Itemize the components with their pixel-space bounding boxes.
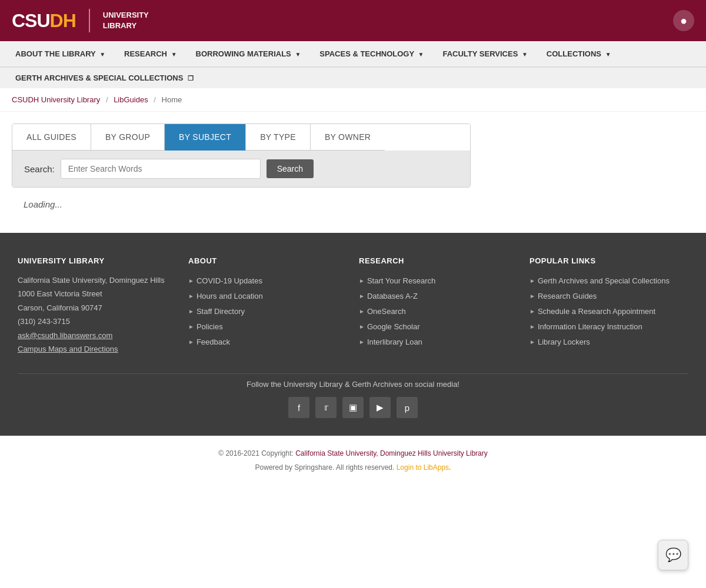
footer-university-heading: UNIVERSITY LIBRARY: [18, 256, 176, 265]
arrow-icon: ►: [530, 290, 535, 302]
footer-about-link-3: ►Policies: [188, 319, 347, 335]
arrow-icon: ►: [188, 306, 194, 318]
footer: UNIVERSITY LIBRARY California State Univ…: [0, 233, 706, 436]
logo-csu: CSUDH: [12, 10, 76, 32]
tabs-row: ALL GUIDES BY GROUP BY SUBJECT BY TYPE B…: [12, 124, 470, 151]
footer-about-link-1: ►Hours and Location: [188, 289, 347, 304]
instagram-icon[interactable]: ▣: [342, 397, 364, 418]
arrow-icon: ►: [188, 275, 194, 287]
footer-about-col: ABOUT ►COVID-19 Updates ►Hours and Locat…: [188, 256, 347, 356]
tab-by-subject[interactable]: BY SUBJECT: [165, 124, 246, 151]
footer-about-link-2: ►Staff Directory: [188, 304, 347, 319]
tabs-container: ALL GUIDES BY GROUP BY SUBJECT BY TYPE B…: [12, 123, 471, 188]
nav-borrowing[interactable]: BORROWING MATERIALS ▼: [187, 41, 311, 66]
copyright-link1[interactable]: California State University, Dominguez H…: [295, 449, 488, 457]
breadcrumb-sep-2: /: [154, 95, 156, 104]
arrow-icon: ►: [359, 321, 365, 333]
loading-text: Loading...: [12, 188, 694, 221]
footer-popular-col: POPULAR LINKS ►Gerth Archives and Specia…: [530, 256, 688, 356]
tab-all-guides[interactable]: ALL GUIDES: [12, 124, 91, 151]
footer-phone: (310) 243-3715: [18, 317, 70, 326]
spaces-arrow: ▼: [418, 51, 424, 58]
logo-dh: DH: [50, 10, 76, 31]
footer-email[interactable]: ask@csudh.libanswers.com: [18, 331, 112, 340]
arrow-icon: ►: [188, 321, 194, 333]
breadcrumb-csudh[interactable]: CSUDH University Library: [12, 95, 100, 104]
nav-faculty[interactable]: FACULTY SERVICES ▼: [433, 41, 537, 66]
tab-by-type[interactable]: BY TYPE: [246, 124, 311, 151]
arrow-icon: ►: [359, 306, 365, 318]
arrow-icon: ►: [530, 321, 535, 333]
login-libapps-link[interactable]: Login to LibApps: [397, 463, 449, 472]
facebook-icon[interactable]: f: [288, 397, 309, 418]
borrowing-arrow: ▼: [295, 51, 301, 58]
content-area: ALL GUIDES BY GROUP BY SUBJECT BY TYPE B…: [0, 112, 706, 233]
nav-spaces[interactable]: SPACES & TECHNOLOGY ▼: [310, 41, 433, 66]
breadcrumb-sep-1: /: [106, 95, 108, 104]
faculty-arrow: ▼: [522, 51, 528, 58]
copyright-text2: Powered by Springshare. All rights reser…: [255, 463, 395, 472]
footer-social: Follow the University Library & Gerth Ar…: [18, 373, 688, 424]
pinterest-icon[interactable]: p: [397, 397, 418, 418]
arrow-icon: ►: [359, 336, 365, 348]
logo-area: CSUDH UNIVERSITYLIBRARY: [12, 9, 149, 32]
main-nav: ABOUT THE LIBRARY ▼ RESEARCH ▼ BORROWING…: [0, 41, 706, 67]
social-icons: f 𝕣 ▣ ▶ p: [18, 397, 688, 418]
arrow-icon: ►: [359, 290, 365, 302]
footer-popular-link-0: ►Gerth Archives and Special Collections: [530, 273, 688, 289]
search-row: Search: Search: [12, 151, 470, 187]
tab-by-group[interactable]: BY GROUP: [91, 124, 165, 151]
breadcrumb: CSUDH University Library / LibGuides / H…: [0, 88, 706, 112]
top-header: CSUDH UNIVERSITYLIBRARY ●: [0, 0, 706, 41]
research-arrow: ▼: [171, 51, 177, 58]
footer-cols: UNIVERSITY LIBRARY California State Univ…: [18, 256, 688, 356]
footer-popular-link-2: ►Schedule a Research Appointment: [530, 304, 688, 319]
about-library-arrow: ▼: [99, 51, 105, 58]
breadcrumb-home: Home: [162, 95, 182, 104]
search-button[interactable]: Search: [267, 159, 314, 178]
social-text: Follow the University Library & Gerth Ar…: [18, 380, 688, 389]
footer-address-line3: Carson, California 90747: [18, 303, 102, 312]
footer-research-link-4: ►Interlibrary Loan: [359, 335, 518, 350]
tab-by-owner[interactable]: BY OWNER: [311, 124, 385, 151]
footer-popular-link-1: ►Research Guides: [530, 289, 688, 304]
footer-about-link-4: ►Feedback: [188, 335, 347, 350]
arrow-icon: ►: [359, 275, 365, 287]
arrow-icon: ►: [188, 290, 194, 302]
search-input[interactable]: [61, 159, 261, 179]
arrow-icon: ►: [530, 306, 535, 318]
nav-collections[interactable]: COLLECTIONS ▼: [537, 41, 621, 66]
youtube-icon[interactable]: ▶: [369, 397, 391, 418]
twitter-icon[interactable]: 𝕣: [315, 397, 337, 418]
copyright-text1: © 2016-2021 Copyright:: [218, 449, 294, 457]
sub-nav: GERTH ARCHIVES & SPECIAL COLLECTIONS ❐: [0, 67, 706, 88]
footer-about-link-0: ►COVID-19 Updates: [188, 273, 347, 289]
logo-divider: [89, 9, 90, 32]
copyright: © 2016-2021 Copyright: California State …: [0, 436, 706, 485]
footer-address-line2: 1000 East Victoria Street: [18, 289, 102, 298]
footer-address-line1: California State University, Dominguez H…: [18, 276, 165, 285]
footer-research-link-1: ►Databases A-Z: [359, 289, 518, 304]
arrow-icon: ►: [188, 336, 194, 348]
footer-popular-heading: POPULAR LINKS: [530, 256, 688, 265]
footer-popular-link-3: ►Information Literacy Instruction: [530, 319, 688, 335]
arrow-icon: ►: [530, 275, 535, 287]
search-label: Search:: [24, 164, 55, 174]
copyright-period: .: [449, 463, 451, 472]
footer-about-heading: ABOUT: [188, 256, 347, 265]
breadcrumb-libguides[interactable]: LibGuides: [114, 95, 148, 104]
nav-research[interactable]: RESEARCH ▼: [115, 41, 187, 66]
external-link-icon: ❐: [188, 75, 194, 82]
footer-popular-link-4: ►Library Lockers: [530, 335, 688, 350]
arrow-icon: ►: [530, 336, 535, 348]
footer-research-heading: RESEARCH: [359, 256, 518, 265]
footer-university-col: UNIVERSITY LIBRARY California State Univ…: [18, 256, 176, 356]
user-icon[interactable]: ●: [673, 10, 694, 31]
nav-about-library[interactable]: ABOUT THE LIBRARY ▼: [6, 41, 115, 66]
nav-gerth-archives[interactable]: GERTH ARCHIVES & SPECIAL COLLECTIONS ❐: [6, 68, 203, 88]
footer-research-link-3: ►Google Scholar: [359, 319, 518, 335]
footer-maps[interactable]: Campus Maps and Directions: [18, 345, 118, 353]
footer-research-col: RESEARCH ►Start Your Research ►Databases…: [359, 256, 518, 356]
logo-subtitle: UNIVERSITYLIBRARY: [103, 10, 149, 31]
collections-arrow: ▼: [605, 51, 611, 58]
